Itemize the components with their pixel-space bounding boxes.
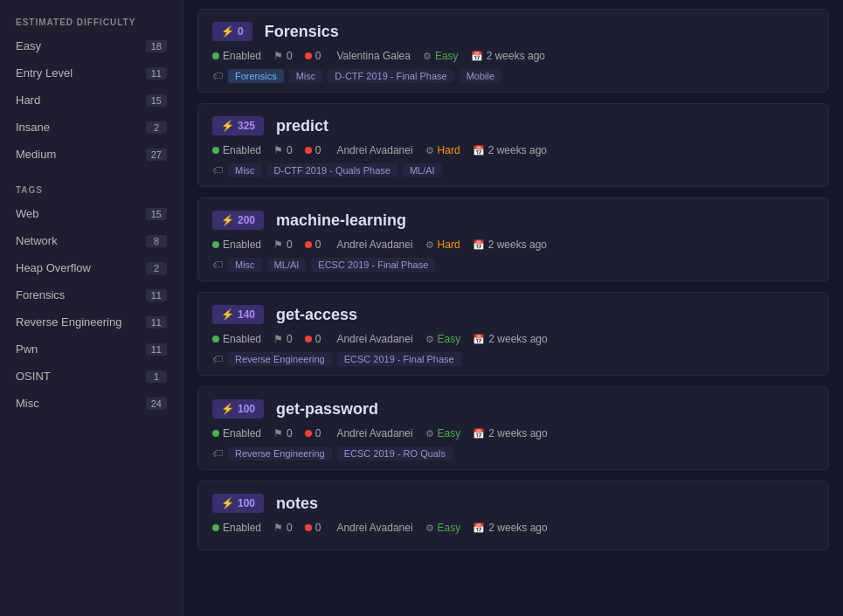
sidebar-item-difficulty[interactable]: Easy 18 — [0, 32, 183, 59]
challenge-tag[interactable]: D-CTF 2019 - Final Phase — [328, 69, 453, 83]
flags-count: 0 — [287, 427, 293, 440]
sidebar-item-tag[interactable]: Web 15 — [0, 200, 183, 227]
challenge-tag[interactable]: Misc — [228, 163, 262, 177]
challenge-title[interactable]: machine-learning — [276, 211, 406, 230]
sidebar-item-tag[interactable]: Forensics 11 — [0, 281, 183, 308]
points-badge[interactable]: ⚡ 0 — [212, 22, 252, 41]
gear-icon: ⚙ — [425, 334, 434, 345]
tag-count: 11 — [146, 343, 167, 356]
calendar-icon: 📅 — [471, 51, 483, 62]
difficulty-label: Insane — [16, 121, 50, 134]
gear-icon: ⚙ — [425, 428, 434, 440]
flags-count: 0 — [287, 144, 293, 156]
wrong-icon — [305, 336, 312, 343]
sidebar-item-tag[interactable]: Pwn 11 — [0, 336, 183, 363]
sidebar-item-tag[interactable]: OSINT 1 — [0, 363, 183, 390]
points-value: 0 — [238, 25, 244, 38]
calendar-icon: 📅 — [473, 523, 485, 534]
time-value: 2 weeks ago — [488, 522, 547, 534]
flags-meta: ⚑ 0 — [273, 333, 293, 345]
status-label: Enabled — [223, 144, 261, 156]
points-badge[interactable]: ⚡ 200 — [212, 211, 264, 230]
wrong-count: 0 — [315, 50, 321, 62]
sidebar-item-tag[interactable]: Reverse Engineering 11 — [0, 308, 183, 336]
status-label: Enabled — [223, 427, 261, 440]
challenge-tag[interactable]: ECSC 2019 - RO Quals — [337, 446, 453, 460]
sidebar-item-tag[interactable]: Network 8 — [0, 227, 183, 254]
author-meta: Andrei Avadanei — [333, 333, 412, 345]
difficulty-value: Hard — [438, 239, 460, 251]
author-name: Andrei Avadanei — [336, 522, 412, 534]
time-value: 2 weeks ago — [488, 239, 547, 251]
sidebar-item-difficulty[interactable]: Medium 27 — [0, 141, 183, 168]
challenge-title[interactable]: predict — [276, 117, 328, 135]
challenge-tag[interactable]: Misc — [228, 258, 262, 272]
calendar-icon: 📅 — [473, 428, 485, 440]
status-label: Enabled — [223, 522, 261, 534]
tag-label: Web — [16, 207, 39, 220]
tags-row: 🏷 MiscD-CTF 2019 - Quals PhaseML/AI — [212, 163, 814, 177]
flags-count: 0 — [287, 50, 293, 62]
flag-icon: ⚑ — [273, 427, 283, 440]
challenge-tag[interactable]: Reverse Engineering — [228, 352, 332, 366]
challenge-tag[interactable]: Reverse Engineering — [228, 446, 332, 460]
difficulty-section-title: ESTIMATED DIFFICULTY — [0, 9, 183, 32]
wrong-icon — [305, 524, 312, 531]
sidebar-item-difficulty[interactable]: Insane 2 — [0, 114, 183, 141]
lightning-icon: ⚡ — [221, 120, 234, 132]
challenge-title[interactable]: notes — [276, 495, 318, 513]
status-dot — [212, 524, 219, 531]
wrong-meta: 0 — [305, 522, 321, 534]
tags-row: 🏷 Reverse EngineeringECSC 2019 - Final P… — [212, 352, 814, 366]
difficulty-meta: ⚙ Hard — [425, 239, 460, 251]
difficulty-value: Hard — [438, 144, 460, 156]
gear-icon: ⚙ — [423, 51, 432, 62]
calendar-icon: 📅 — [473, 145, 485, 156]
gear-icon: ⚙ — [425, 145, 434, 156]
tag-count: 11 — [146, 289, 167, 301]
sidebar-item-difficulty[interactable]: Entry Level 11 — [0, 59, 183, 87]
difficulty-label: Entry Level — [16, 66, 73, 80]
status-meta: Enabled — [212, 522, 261, 534]
challenge-card: ⚡ 200 machine-learning Enabled ⚑ 0 0 And… — [197, 197, 829, 281]
difficulty-count: 18 — [146, 40, 167, 52]
status-meta: Enabled — [212, 239, 261, 251]
challenge-tag[interactable]: ML/AI — [267, 258, 307, 272]
time-value: 2 weeks ago — [488, 333, 547, 345]
tag-label: Forensics — [16, 288, 65, 301]
challenge-tag[interactable]: ECSC 2019 - Final Phase — [311, 258, 435, 272]
challenge-tag[interactable]: ECSC 2019 - Final Phase — [337, 352, 461, 366]
tag-icon: 🏷 — [212, 164, 223, 176]
sidebar-item-tag[interactable]: Heap Overflow 2 — [0, 254, 183, 281]
challenge-tag[interactable]: D-CTF 2019 - Quals Phase — [267, 163, 397, 177]
points-badge[interactable]: ⚡ 325 — [212, 116, 264, 135]
points-badge[interactable]: ⚡ 140 — [212, 305, 264, 324]
challenge-title[interactable]: get-access — [276, 306, 357, 324]
status-label: Enabled — [223, 50, 261, 62]
sidebar-item-difficulty[interactable]: Hard 15 — [0, 87, 183, 114]
difficulty-count: 2 — [146, 121, 167, 134]
wrong-icon — [305, 147, 312, 154]
points-badge[interactable]: ⚡ 100 — [212, 494, 264, 513]
challenge-card: ⚡ 325 predict Enabled ⚑ 0 0 Andrei Avada… — [197, 103, 829, 187]
points-badge[interactable]: ⚡ 100 — [212, 399, 264, 419]
challenge-title[interactable]: get-password — [276, 400, 378, 419]
challenge-title[interactable]: Forensics — [265, 23, 339, 41]
tags-row: 🏷 Reverse EngineeringECSC 2019 - RO Qual… — [212, 446, 814, 460]
sidebar-item-tag[interactable]: Misc 24 — [0, 390, 183, 417]
tag-count: 11 — [146, 316, 167, 329]
tag-count: 2 — [146, 262, 167, 274]
challenge-tag[interactable]: Misc — [289, 69, 323, 83]
challenge-tag[interactable]: Mobile — [460, 69, 501, 83]
challenge-tag[interactable]: ML/AI — [403, 163, 442, 177]
tag-icon: 🏷 — [212, 70, 223, 82]
tag-label: Pwn — [16, 343, 38, 356]
sidebar: ESTIMATED DIFFICULTY Easy 18 Entry Level… — [0, 0, 183, 616]
author-meta: Andrei Avadanei — [333, 427, 412, 440]
difficulty-meta: ⚙ Hard — [425, 144, 460, 156]
flags-meta: ⚑ 0 — [273, 50, 293, 62]
wrong-icon — [305, 430, 312, 437]
lightning-icon: ⚡ — [221, 403, 234, 415]
wrong-icon — [305, 241, 312, 248]
challenge-tag[interactable]: Forensics — [228, 69, 284, 83]
